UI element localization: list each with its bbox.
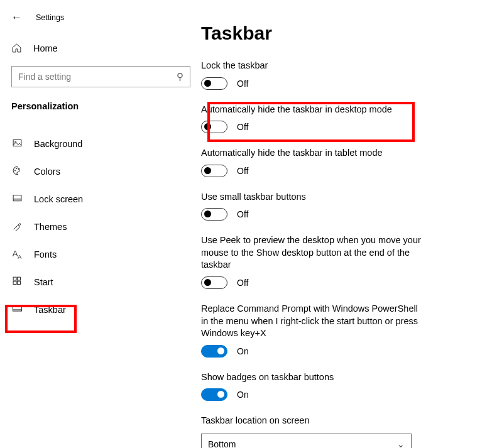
toggle-switch[interactable] [201,345,227,358]
svg-rect-5 [13,195,21,201]
svg-rect-8 [13,281,16,285]
app-title: Settings [36,13,64,22]
toggle-switch[interactable] [201,121,227,133]
toggle-state: Off [237,209,248,219]
svg-rect-7 [17,277,20,280]
toggle-switch[interactable] [201,388,227,401]
search-box[interactable]: ⚲ [11,66,190,87]
dropdown-value: Bottom [208,439,236,448]
toggle-state: On [237,390,249,400]
svg-point-2 [14,170,15,171]
svg-rect-0 [13,140,21,146]
setting-label: Lock the taskbar [201,60,424,72]
setting-label: Use Peek to preview the desktop when you… [201,234,424,271]
sidebar-item-label: Colors [34,167,60,177]
sidebar-item-label: Taskbar [34,305,66,315]
svg-rect-10 [13,307,21,311]
toggle-switch[interactable] [201,77,227,90]
home-nav[interactable]: Home [11,43,195,53]
toggle-state: Off [237,122,248,132]
sidebar-item-themes[interactable]: Themes [11,213,195,241]
toggle-switch[interactable] [201,165,227,177]
home-icon [11,43,22,53]
taskbar-icon [11,303,23,316]
sidebar-item-label: Start [34,277,53,287]
sidebar-item-colors[interactable]: Colors [11,158,195,185]
svg-point-3 [16,168,16,168]
svg-point-4 [18,168,19,169]
setting-label: Replace Command Prompt with Windows Powe… [201,303,424,340]
sidebar-item-taskbar[interactable]: Taskbar [11,296,195,324]
sidebar-item-start[interactable]: Start [11,268,195,296]
svg-rect-9 [17,281,20,285]
setting-label: Automatically hide the taskbar in deskto… [201,104,424,116]
svg-rect-6 [13,277,16,280]
toggle-state: Off [237,79,248,89]
setting-label: Automatically hide the taskbar in tablet… [201,147,424,160]
search-icon: ⚲ [177,71,183,82]
taskbar-location-dropdown[interactable]: Bottom ⌄ [201,434,412,448]
section-title: Personalization [11,101,195,111]
setting-label-location: Taskbar location on screen [201,415,424,427]
toggle-state: On [237,346,249,356]
home-label: Home [33,43,58,53]
back-button[interactable]: ← [11,11,22,24]
sidebar-item-label: Fonts [34,249,57,260]
sidebar-item-label: Lock screen [34,194,83,204]
fonts-icon: AA [11,249,23,260]
sidebar-item-lockscreen[interactable]: Lock screen [11,185,195,213]
sidebar-item-label: Background [34,139,82,149]
image-icon [11,138,23,150]
page-title: Taskbar [201,23,492,44]
themes-icon [11,221,23,233]
setting-label: Show badges on taskbar buttons [201,371,424,384]
palette-icon [11,165,23,178]
search-input[interactable] [18,72,177,82]
sidebar-item-background[interactable]: Background [11,130,195,158]
lockscreen-icon [11,193,23,205]
toggle-switch[interactable] [201,276,227,289]
sidebar-item-label: Themes [34,222,67,232]
toggle-switch[interactable] [201,208,227,221]
sidebar-item-fonts[interactable]: AA Fonts [11,241,195,268]
toggle-state: Off [237,278,248,288]
chevron-down-icon: ⌄ [397,439,405,448]
setting-label: Use small taskbar buttons [201,191,424,204]
start-icon [11,276,23,288]
toggle-state: Off [237,166,248,176]
